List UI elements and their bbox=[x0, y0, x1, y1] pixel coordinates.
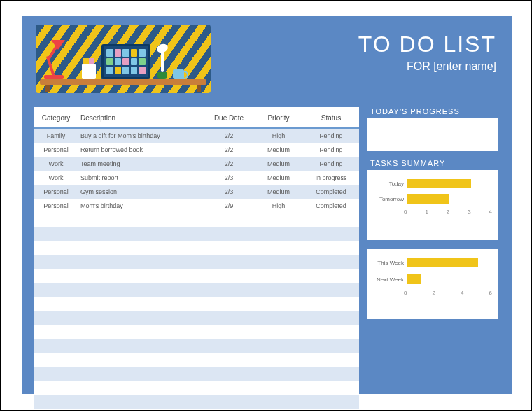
chart-bar-row: Tomorrow bbox=[373, 191, 492, 207]
cell-priority[interactable]: Medium bbox=[254, 157, 303, 171]
cell-description[interactable]: Submit report bbox=[78, 171, 204, 185]
chart-tick-label: 6 bbox=[489, 290, 492, 296]
plant-icon bbox=[161, 51, 164, 72]
chart-tick-label: 2 bbox=[447, 209, 449, 215]
cell-priority[interactable]: High bbox=[254, 199, 303, 213]
cell-status[interactable]: Pending bbox=[303, 129, 359, 143]
blank-row[interactable] bbox=[34, 227, 359, 241]
blank-row-gap bbox=[34, 325, 359, 339]
chart-ticks: 0246 bbox=[404, 290, 492, 296]
table-row[interactable]: WorkSubmit report2/3MediumIn progress bbox=[34, 171, 359, 185]
cell-category[interactable]: Work bbox=[34, 171, 78, 185]
blank-row[interactable] bbox=[34, 255, 359, 269]
chart-bar bbox=[407, 179, 471, 188]
cell-category[interactable]: Personal bbox=[34, 143, 78, 157]
summary-heading: TASKS SUMMARY bbox=[370, 159, 498, 167]
chart-tick-label: 0 bbox=[404, 290, 407, 296]
blank-row-gap bbox=[34, 353, 359, 367]
chart-bar-label: Today bbox=[373, 181, 407, 187]
cell-due[interactable]: 2/3 bbox=[204, 185, 254, 199]
desk-icon bbox=[46, 85, 50, 92]
plant-icon bbox=[155, 43, 169, 55]
task-table: Category Description Due Date Priority S… bbox=[34, 107, 359, 379]
chart-bar-row: This Week bbox=[373, 254, 492, 271]
cell-due[interactable]: 2/2 bbox=[204, 143, 254, 157]
desk-icon bbox=[197, 85, 201, 92]
desk-illustration bbox=[40, 29, 206, 92]
header-banner: TO DO LIST FOR [enter name] bbox=[22, 16, 512, 93]
cell-description[interactable]: Buy a gift for Mom's birthday bbox=[78, 129, 204, 143]
cell-category[interactable]: Work bbox=[34, 157, 78, 171]
summary-chart-2: This WeekNext Week0246 bbox=[368, 249, 498, 319]
chart-bar-row: Today bbox=[373, 176, 492, 191]
table-row[interactable]: PersonalMom's birthday2/9HighCompleted bbox=[34, 199, 359, 213]
cell-status[interactable]: Completed bbox=[303, 185, 359, 199]
cell-priority[interactable]: Medium bbox=[254, 143, 303, 157]
cell-description[interactable]: Team meeting bbox=[78, 157, 204, 171]
sticky-notes-icon bbox=[82, 64, 96, 79]
cell-description[interactable]: Mom's birthday bbox=[78, 199, 204, 213]
blank-row[interactable] bbox=[34, 283, 359, 297]
table-header: Category Description Due Date Priority S… bbox=[34, 107, 359, 129]
blank-row-gap bbox=[34, 241, 359, 255]
chart-tick-label: 2 bbox=[433, 290, 435, 296]
cell-category[interactable]: Personal bbox=[34, 185, 78, 199]
blank-row[interactable] bbox=[34, 339, 359, 353]
chart-bar bbox=[407, 194, 449, 204]
blank-row-gap bbox=[34, 213, 359, 227]
cell-status[interactable]: Pending bbox=[303, 143, 359, 157]
cell-description[interactable]: Gym session bbox=[78, 185, 204, 199]
table-row[interactable]: WorkTeam meeting2/2MediumPending bbox=[34, 157, 359, 171]
lamp-icon bbox=[51, 40, 65, 50]
chart-bar bbox=[407, 274, 421, 284]
chart-bar-label: This Week bbox=[373, 260, 407, 266]
progress-heading: TODAY'S PROGRESS bbox=[370, 107, 498, 116]
cell-due[interactable]: 2/2 bbox=[204, 129, 254, 143]
chart-tick-label: 4 bbox=[461, 290, 463, 296]
cell-due[interactable]: 2/2 bbox=[204, 157, 254, 171]
document-page: TO DO LIST FOR [enter name] Category Des… bbox=[22, 16, 512, 394]
chart-tick-label: 1 bbox=[425, 209, 428, 215]
blank-row[interactable] bbox=[34, 311, 359, 325]
progress-panel bbox=[368, 118, 498, 151]
cell-status[interactable]: Pending bbox=[303, 157, 359, 171]
cell-description[interactable]: Return borrowed book bbox=[78, 143, 204, 157]
mug-icon bbox=[173, 69, 184, 79]
desk-icon bbox=[40, 79, 206, 85]
cell-status[interactable]: In progress bbox=[303, 171, 359, 185]
chart-tick-label: 0 bbox=[404, 209, 407, 215]
monitor-icon bbox=[102, 44, 150, 79]
blank-row[interactable] bbox=[34, 395, 359, 409]
blank-row-gap bbox=[34, 269, 359, 283]
chart-ticks: 01234 bbox=[404, 209, 492, 215]
chart-axis bbox=[407, 207, 492, 207]
cell-due[interactable]: 2/3 bbox=[204, 171, 254, 185]
chart-axis bbox=[407, 288, 492, 288]
cell-priority[interactable]: High bbox=[254, 129, 303, 143]
blank-row[interactable] bbox=[34, 367, 359, 381]
page-subtitle[interactable]: FOR [enter name] bbox=[358, 60, 496, 73]
chart-bar bbox=[407, 258, 478, 267]
table-row[interactable]: PersonalGym session2/3MediumCompleted bbox=[34, 185, 359, 199]
blank-row-gap bbox=[34, 381, 359, 395]
page-title: TO DO LIST bbox=[358, 32, 496, 57]
cell-status[interactable]: Completed bbox=[303, 199, 359, 213]
chart-bar-label: Next Week bbox=[373, 277, 407, 283]
sidebar: TODAY'S PROGRESS TASKS SUMMARY TodayTomo… bbox=[368, 107, 498, 327]
summary-chart-1: TodayTomorrow01234 bbox=[368, 170, 498, 240]
col-description: Description bbox=[78, 107, 204, 127]
table-row[interactable]: FamilyBuy a gift for Mom's birthday2/2Hi… bbox=[34, 129, 359, 143]
chart-bar-row: Next Week bbox=[373, 271, 492, 288]
cell-category[interactable]: Family bbox=[34, 129, 78, 143]
cell-priority[interactable]: Medium bbox=[254, 185, 303, 199]
chart-tick-label: 4 bbox=[489, 209, 492, 215]
cell-category[interactable]: Personal bbox=[34, 199, 78, 213]
chart-bar-label: Tomorrow bbox=[373, 196, 407, 202]
col-priority: Priority bbox=[254, 107, 303, 127]
blank-row-gap bbox=[34, 297, 359, 311]
cell-priority[interactable]: Medium bbox=[254, 171, 303, 185]
col-due-date: Due Date bbox=[204, 107, 254, 127]
cell-due[interactable]: 2/9 bbox=[204, 199, 254, 213]
table-row[interactable]: PersonalReturn borrowed book2/2MediumPen… bbox=[34, 143, 359, 157]
col-category: Category bbox=[34, 107, 78, 127]
